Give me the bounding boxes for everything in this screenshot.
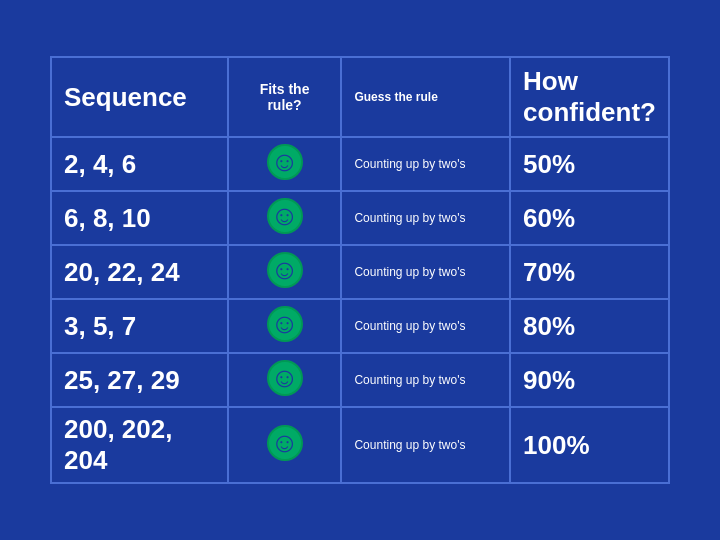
fits-cell [228, 407, 342, 483]
sequence-cell: 6, 8, 10 [51, 191, 228, 245]
sequence-cell: 20, 22, 24 [51, 245, 228, 299]
header-fits: Fits the rule? [228, 57, 342, 137]
smiley-icon [267, 252, 303, 288]
fits-cell [228, 137, 342, 191]
fits-cell [228, 191, 342, 245]
fits-cell [228, 353, 342, 407]
guess-cell: Counting up by two's [341, 353, 510, 407]
header-guess: Guess the rule [341, 57, 510, 137]
smiley-icon [267, 144, 303, 180]
header-sequence: Sequence [51, 57, 228, 137]
guess-cell: Counting up by two's [341, 299, 510, 353]
guess-cell: Counting up by two's [341, 191, 510, 245]
guess-cell: Counting up by two's [341, 245, 510, 299]
guess-cell: Counting up by two's [341, 137, 510, 191]
fits-cell [228, 299, 342, 353]
table-row: 25, 27, 29Counting up by two's90% [51, 353, 669, 407]
confidence-cell: 60% [510, 191, 669, 245]
table-header-row: Sequence Fits the rule? Guess the rule H… [51, 57, 669, 137]
table-row: 6, 8, 10Counting up by two's60% [51, 191, 669, 245]
confidence-cell: 80% [510, 299, 669, 353]
smiley-icon [267, 306, 303, 342]
sequence-cell: 25, 27, 29 [51, 353, 228, 407]
table-row: 200, 202, 204Counting up by two's100% [51, 407, 669, 483]
rule-table: Sequence Fits the rule? Guess the rule H… [50, 56, 670, 484]
table-row: 20, 22, 24Counting up by two's70% [51, 245, 669, 299]
sequence-cell: 200, 202, 204 [51, 407, 228, 483]
sequence-cell: 3, 5, 7 [51, 299, 228, 353]
header-confident: How confident? [510, 57, 669, 137]
table-row: 3, 5, 7Counting up by two's80% [51, 299, 669, 353]
sequence-cell: 2, 4, 6 [51, 137, 228, 191]
confidence-cell: 70% [510, 245, 669, 299]
smiley-icon [267, 360, 303, 396]
smiley-icon [267, 198, 303, 234]
main-table-container: Sequence Fits the rule? Guess the rule H… [50, 56, 670, 484]
guess-cell: Counting up by two's [341, 407, 510, 483]
confidence-cell: 100% [510, 407, 669, 483]
smiley-icon [267, 425, 303, 461]
fits-cell [228, 245, 342, 299]
confidence-cell: 90% [510, 353, 669, 407]
confidence-cell: 50% [510, 137, 669, 191]
table-row: 2, 4, 6Counting up by two's50% [51, 137, 669, 191]
